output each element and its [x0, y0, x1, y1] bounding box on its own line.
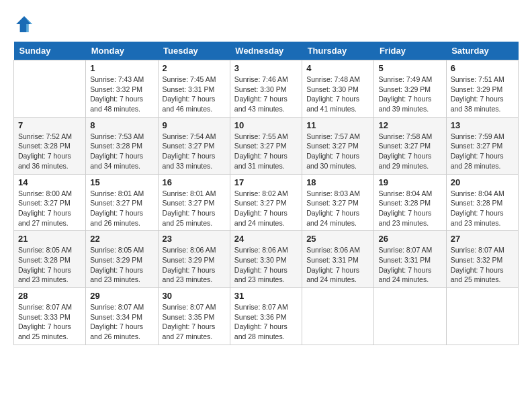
day-number: 14 — [18, 177, 81, 187]
calendar-week-0: 1Sunrise: 7:43 AMSunset: 3:32 PMDaylight… — [14, 60, 519, 118]
calendar-cell: 16Sunrise: 8:01 AMSunset: 3:27 PMDayligh… — [158, 174, 230, 231]
day-number: 16 — [163, 177, 226, 187]
calendar-cell: 6Sunrise: 7:51 AMSunset: 3:29 PMDaylight… — [446, 60, 518, 118]
logo — [13, 13, 39, 35]
calendar-cell: 7Sunrise: 7:52 AMSunset: 3:28 PMDaylight… — [14, 117, 86, 174]
calendar-cell: 21Sunrise: 8:05 AMSunset: 3:28 PMDayligh… — [14, 231, 86, 288]
day-number: 3 — [234, 63, 298, 73]
day-number: 1 — [90, 63, 153, 73]
day-info: Sunrise: 7:43 AMSunset: 3:32 PMDaylight:… — [90, 75, 153, 114]
calendar-cell — [374, 288, 446, 345]
day-number: 12 — [378, 120, 441, 130]
day-number: 20 — [451, 177, 514, 187]
day-info: Sunrise: 8:07 AMSunset: 3:33 PMDaylight:… — [18, 302, 81, 342]
day-info: Sunrise: 8:06 AMSunset: 3:30 PMDaylight:… — [234, 245, 298, 285]
col-header-thursday: Thursday — [302, 42, 374, 60]
day-number: 29 — [90, 291, 153, 301]
svg-marker-0 — [16, 16, 32, 32]
calendar-cell: 13Sunrise: 7:59 AMSunset: 3:27 PMDayligh… — [446, 117, 518, 174]
day-info: Sunrise: 7:46 AMSunset: 3:30 PMDaylight:… — [234, 75, 298, 114]
day-number: 6 — [451, 63, 514, 73]
col-header-tuesday: Tuesday — [158, 42, 230, 60]
day-info: Sunrise: 7:57 AMSunset: 3:27 PMDaylight:… — [306, 132, 369, 171]
day-number: 15 — [90, 177, 153, 187]
day-number: 26 — [378, 234, 441, 244]
day-info: Sunrise: 7:52 AMSunset: 3:28 PMDaylight:… — [18, 132, 81, 171]
calendar-cell: 1Sunrise: 7:43 AMSunset: 3:32 PMDaylight… — [86, 60, 158, 118]
calendar-cell: 11Sunrise: 7:57 AMSunset: 3:27 PMDayligh… — [302, 117, 374, 174]
calendar-cell: 3Sunrise: 7:46 AMSunset: 3:30 PMDaylight… — [230, 60, 302, 118]
day-number: 5 — [378, 63, 441, 73]
day-number: 9 — [163, 120, 226, 130]
day-number: 30 — [163, 291, 226, 301]
day-number: 23 — [163, 234, 226, 244]
day-info: Sunrise: 8:07 AMSunset: 3:36 PMDaylight:… — [234, 302, 298, 342]
day-number: 10 — [234, 120, 298, 130]
calendar-cell: 19Sunrise: 8:04 AMSunset: 3:28 PMDayligh… — [374, 174, 446, 231]
logo-icon — [13, 13, 35, 35]
col-header-saturday: Saturday — [446, 42, 518, 60]
calendar-cell: 4Sunrise: 7:48 AMSunset: 3:30 PMDaylight… — [302, 60, 374, 118]
calendar-cell: 27Sunrise: 8:07 AMSunset: 3:32 PMDayligh… — [446, 231, 518, 288]
calendar-cell — [302, 288, 374, 345]
day-number: 2 — [163, 63, 226, 73]
day-info: Sunrise: 8:06 AMSunset: 3:29 PMDaylight:… — [163, 245, 226, 285]
calendar-week-4: 28Sunrise: 8:07 AMSunset: 3:33 PMDayligh… — [14, 288, 519, 345]
calendar-cell — [14, 60, 86, 118]
calendar-cell: 28Sunrise: 8:07 AMSunset: 3:33 PMDayligh… — [14, 288, 86, 345]
day-number: 22 — [90, 234, 153, 244]
calendar-cell — [446, 288, 518, 345]
day-info: Sunrise: 7:51 AMSunset: 3:29 PMDaylight:… — [451, 75, 514, 114]
calendar-cell: 23Sunrise: 8:06 AMSunset: 3:29 PMDayligh… — [158, 231, 230, 288]
calendar-cell: 15Sunrise: 8:01 AMSunset: 3:27 PMDayligh… — [86, 174, 158, 231]
day-info: Sunrise: 7:54 AMSunset: 3:27 PMDaylight:… — [163, 132, 226, 171]
calendar-week-2: 14Sunrise: 8:00 AMSunset: 3:27 PMDayligh… — [14, 174, 519, 231]
calendar-cell: 20Sunrise: 8:04 AMSunset: 3:28 PMDayligh… — [446, 174, 518, 231]
calendar-cell: 26Sunrise: 8:07 AMSunset: 3:31 PMDayligh… — [374, 231, 446, 288]
calendar-cell: 31Sunrise: 8:07 AMSunset: 3:36 PMDayligh… — [230, 288, 302, 345]
page-header — [13, 13, 519, 35]
calendar-cell: 2Sunrise: 7:45 AMSunset: 3:31 PMDaylight… — [158, 60, 230, 118]
day-number: 7 — [18, 120, 81, 130]
col-header-sunday: Sunday — [14, 42, 86, 60]
day-info: Sunrise: 8:04 AMSunset: 3:28 PMDaylight:… — [378, 189, 441, 228]
calendar-cell: 17Sunrise: 8:02 AMSunset: 3:27 PMDayligh… — [230, 174, 302, 231]
calendar-cell: 10Sunrise: 7:55 AMSunset: 3:27 PMDayligh… — [230, 117, 302, 174]
day-number: 19 — [378, 177, 441, 187]
day-info: Sunrise: 8:07 AMSunset: 3:35 PMDaylight:… — [163, 302, 226, 342]
day-info: Sunrise: 7:58 AMSunset: 3:27 PMDaylight:… — [378, 132, 441, 171]
calendar-week-3: 21Sunrise: 8:05 AMSunset: 3:28 PMDayligh… — [14, 231, 519, 288]
day-info: Sunrise: 8:06 AMSunset: 3:31 PMDaylight:… — [306, 245, 369, 285]
calendar-cell: 14Sunrise: 8:00 AMSunset: 3:27 PMDayligh… — [14, 174, 86, 231]
calendar-cell: 18Sunrise: 8:03 AMSunset: 3:27 PMDayligh… — [302, 174, 374, 231]
calendar-cell: 22Sunrise: 8:05 AMSunset: 3:29 PMDayligh… — [86, 231, 158, 288]
calendar-cell: 8Sunrise: 7:53 AMSunset: 3:28 PMDaylight… — [86, 117, 158, 174]
day-info: Sunrise: 8:03 AMSunset: 3:27 PMDaylight:… — [306, 189, 369, 228]
calendar-cell: 5Sunrise: 7:49 AMSunset: 3:29 PMDaylight… — [374, 60, 446, 118]
day-info: Sunrise: 7:53 AMSunset: 3:28 PMDaylight:… — [90, 132, 153, 171]
calendar-table: SundayMondayTuesdayWednesdayThursdayFrid… — [13, 42, 519, 345]
day-info: Sunrise: 8:07 AMSunset: 3:32 PMDaylight:… — [451, 245, 514, 285]
col-header-friday: Friday — [374, 42, 446, 60]
day-number: 18 — [306, 177, 369, 187]
day-info: Sunrise: 8:01 AMSunset: 3:27 PMDaylight:… — [90, 189, 153, 228]
day-number: 11 — [306, 120, 369, 130]
day-number: 4 — [306, 63, 369, 73]
col-header-monday: Monday — [86, 42, 158, 60]
calendar-cell: 29Sunrise: 8:07 AMSunset: 3:34 PMDayligh… — [86, 288, 158, 345]
calendar-week-1: 7Sunrise: 7:52 AMSunset: 3:28 PMDaylight… — [14, 117, 519, 174]
day-info: Sunrise: 7:49 AMSunset: 3:29 PMDaylight:… — [378, 75, 441, 114]
day-info: Sunrise: 8:07 AMSunset: 3:34 PMDaylight:… — [90, 302, 153, 342]
day-info: Sunrise: 8:00 AMSunset: 3:27 PMDaylight:… — [18, 189, 81, 228]
day-number: 25 — [306, 234, 369, 244]
day-info: Sunrise: 8:07 AMSunset: 3:31 PMDaylight:… — [378, 245, 441, 285]
day-number: 21 — [18, 234, 81, 244]
day-number: 17 — [234, 177, 298, 187]
day-number: 13 — [451, 120, 514, 130]
day-info: Sunrise: 8:04 AMSunset: 3:28 PMDaylight:… — [451, 189, 514, 228]
calendar-cell: 12Sunrise: 7:58 AMSunset: 3:27 PMDayligh… — [374, 117, 446, 174]
day-info: Sunrise: 8:01 AMSunset: 3:27 PMDaylight:… — [163, 189, 226, 228]
col-header-wednesday: Wednesday — [230, 42, 302, 60]
day-info: Sunrise: 8:05 AMSunset: 3:28 PMDaylight:… — [18, 245, 81, 285]
day-number: 27 — [451, 234, 514, 244]
